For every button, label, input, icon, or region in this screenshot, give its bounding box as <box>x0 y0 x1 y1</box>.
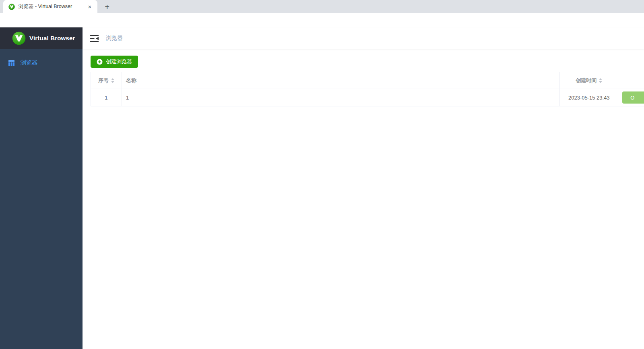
circle-plus-icon <box>97 59 103 65</box>
sort-ascending-icon[interactable] <box>111 78 114 80</box>
cell-name: 1 <box>122 89 560 106</box>
sort-ascending-icon[interactable] <box>599 78 602 80</box>
sort-descending-icon[interactable] <box>599 81 602 83</box>
sort-descending-icon[interactable] <box>111 81 114 83</box>
new-tab-button[interactable]: + <box>101 1 113 12</box>
column-header-actions <box>618 72 644 89</box>
cell-actions: O <box>618 89 644 106</box>
column-header-name[interactable]: 名称 <box>122 72 560 89</box>
browsers-table: 序号 名称 创建时间 <box>91 72 644 106</box>
app-window: Virtual Browser 浏览器 浏览 <box>0 27 644 349</box>
open-browser-button[interactable]: O <box>622 91 644 104</box>
column-header-index[interactable]: 序号 <box>91 72 122 89</box>
column-header-created[interactable]: 创建时间 <box>560 72 618 89</box>
create-browser-button[interactable]: 创建浏览器 <box>91 56 138 68</box>
table-row: 1 1 2023-05-15 23:43 O <box>91 89 644 106</box>
tab-close-icon[interactable]: × <box>86 3 93 10</box>
browser-tab-strip: 浏览器 - Virtual Browser × + <box>0 0 644 13</box>
topbar: 浏览器 <box>83 27 644 49</box>
virtual-browser-favicon-icon <box>8 4 15 10</box>
browser-toolbar: Virtual Browser | chrome://virtual-serve… <box>0 13 644 27</box>
browser-tab[interactable]: 浏览器 - Virtual Browser × <box>3 0 97 13</box>
sidebar-menu: 浏览器 <box>0 49 83 73</box>
cell-index: 1 <box>91 89 122 106</box>
create-browser-button-label: 创建浏览器 <box>106 58 132 65</box>
brand-title: Virtual Browser <box>29 35 75 42</box>
sort-carets-icon[interactable] <box>599 78 602 83</box>
table-grid-icon <box>8 60 14 66</box>
sidebar: Virtual Browser 浏览器 <box>0 27 83 349</box>
cell-created: 2023-05-15 23:43 <box>560 89 618 106</box>
breadcrumb: 浏览器 <box>106 35 123 42</box>
tab-title: 浏览器 - Virtual Browser <box>19 3 86 10</box>
sidebar-item-browsers[interactable]: 浏览器 <box>0 53 83 73</box>
sort-carets-icon[interactable] <box>111 78 114 83</box>
sidebar-collapse-icon[interactable] <box>90 35 99 42</box>
virtual-browser-logo-icon <box>12 31 26 45</box>
main-panel: 浏览器 创建浏览器 序号 <box>83 27 644 349</box>
table-header-row: 序号 名称 创建时间 <box>91 72 644 89</box>
sidebar-item-label: 浏览器 <box>21 59 37 66</box>
content-area: 创建浏览器 序号 名称 创建时间 <box>83 49 644 349</box>
sidebar-logo-header: Virtual Browser <box>0 27 83 49</box>
